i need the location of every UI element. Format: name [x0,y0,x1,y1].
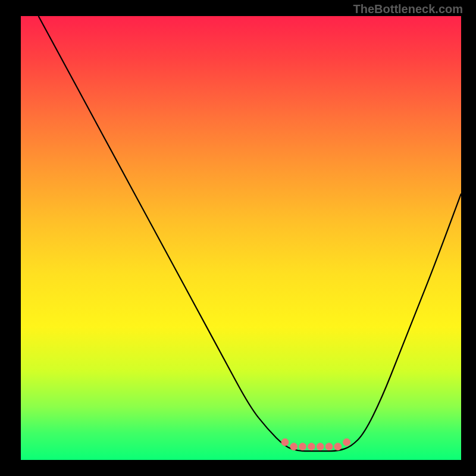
chart-container: TheBottleneck.com [0,0,476,476]
attribution-text: TheBottleneck.com [353,2,463,16]
chart-plot-area [21,16,461,460]
